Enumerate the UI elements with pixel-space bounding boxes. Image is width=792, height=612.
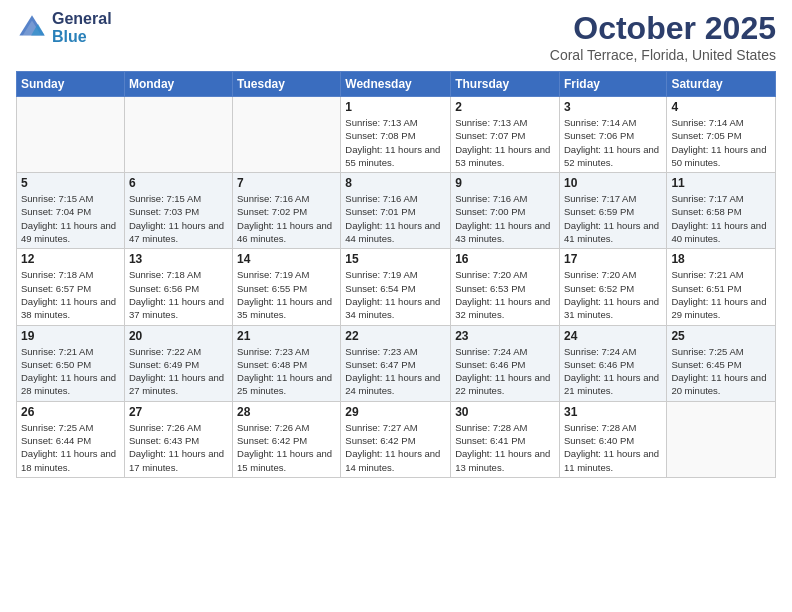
- calendar-cell: 16Sunrise: 7:20 AMSunset: 6:53 PMDayligh…: [451, 249, 560, 325]
- day-info: Sunrise: 7:20 AMSunset: 6:53 PMDaylight:…: [455, 268, 555, 321]
- logo-text: General Blue: [52, 10, 112, 45]
- day-number: 17: [564, 252, 662, 266]
- logo-blue: Blue: [52, 28, 87, 45]
- day-info: Sunrise: 7:16 AMSunset: 7:00 PMDaylight:…: [455, 192, 555, 245]
- day-info: Sunrise: 7:14 AMSunset: 7:05 PMDaylight:…: [671, 116, 771, 169]
- calendar-cell: 28Sunrise: 7:26 AMSunset: 6:42 PMDayligh…: [233, 401, 341, 477]
- weekday-header-row: SundayMondayTuesdayWednesdayThursdayFrid…: [17, 72, 776, 97]
- day-info: Sunrise: 7:18 AMSunset: 6:56 PMDaylight:…: [129, 268, 228, 321]
- day-number: 6: [129, 176, 228, 190]
- day-info: Sunrise: 7:21 AMSunset: 6:50 PMDaylight:…: [21, 345, 120, 398]
- day-number: 3: [564, 100, 662, 114]
- calendar-cell: 7Sunrise: 7:16 AMSunset: 7:02 PMDaylight…: [233, 173, 341, 249]
- day-info: Sunrise: 7:21 AMSunset: 6:51 PMDaylight:…: [671, 268, 771, 321]
- calendar-cell: 25Sunrise: 7:25 AMSunset: 6:45 PMDayligh…: [667, 325, 776, 401]
- day-number: 22: [345, 329, 446, 343]
- day-number: 26: [21, 405, 120, 419]
- day-number: 13: [129, 252, 228, 266]
- weekday-header: Wednesday: [341, 72, 451, 97]
- day-info: Sunrise: 7:23 AMSunset: 6:48 PMDaylight:…: [237, 345, 336, 398]
- calendar-cell: 9Sunrise: 7:16 AMSunset: 7:00 PMDaylight…: [451, 173, 560, 249]
- day-number: 20: [129, 329, 228, 343]
- day-number: 25: [671, 329, 771, 343]
- day-number: 21: [237, 329, 336, 343]
- day-info: Sunrise: 7:20 AMSunset: 6:52 PMDaylight:…: [564, 268, 662, 321]
- calendar-week-row: 5Sunrise: 7:15 AMSunset: 7:04 PMDaylight…: [17, 173, 776, 249]
- calendar-cell: 19Sunrise: 7:21 AMSunset: 6:50 PMDayligh…: [17, 325, 125, 401]
- calendar-cell: 15Sunrise: 7:19 AMSunset: 6:54 PMDayligh…: [341, 249, 451, 325]
- location: Coral Terrace, Florida, United States: [550, 47, 776, 63]
- day-number: 31: [564, 405, 662, 419]
- weekday-header: Monday: [124, 72, 232, 97]
- calendar-table: SundayMondayTuesdayWednesdayThursdayFrid…: [16, 71, 776, 478]
- day-info: Sunrise: 7:13 AMSunset: 7:08 PMDaylight:…: [345, 116, 446, 169]
- month-title: October 2025: [550, 10, 776, 47]
- calendar-cell: 6Sunrise: 7:15 AMSunset: 7:03 PMDaylight…: [124, 173, 232, 249]
- calendar-cell: 1Sunrise: 7:13 AMSunset: 7:08 PMDaylight…: [341, 97, 451, 173]
- calendar-cell: [124, 97, 232, 173]
- day-number: 24: [564, 329, 662, 343]
- calendar-cell: 11Sunrise: 7:17 AMSunset: 6:58 PMDayligh…: [667, 173, 776, 249]
- day-number: 29: [345, 405, 446, 419]
- day-info: Sunrise: 7:24 AMSunset: 6:46 PMDaylight:…: [564, 345, 662, 398]
- page-container: General Blue October 2025 Coral Terrace,…: [0, 0, 792, 488]
- weekday-header: Friday: [559, 72, 666, 97]
- logo: General Blue: [16, 10, 112, 45]
- day-number: 19: [21, 329, 120, 343]
- logo-icon: [16, 12, 48, 44]
- day-number: 15: [345, 252, 446, 266]
- calendar-cell: 26Sunrise: 7:25 AMSunset: 6:44 PMDayligh…: [17, 401, 125, 477]
- calendar-cell: 10Sunrise: 7:17 AMSunset: 6:59 PMDayligh…: [559, 173, 666, 249]
- calendar-cell: 14Sunrise: 7:19 AMSunset: 6:55 PMDayligh…: [233, 249, 341, 325]
- day-number: 4: [671, 100, 771, 114]
- day-number: 7: [237, 176, 336, 190]
- day-number: 28: [237, 405, 336, 419]
- day-info: Sunrise: 7:13 AMSunset: 7:07 PMDaylight:…: [455, 116, 555, 169]
- day-number: 5: [21, 176, 120, 190]
- calendar-cell: 12Sunrise: 7:18 AMSunset: 6:57 PMDayligh…: [17, 249, 125, 325]
- day-number: 23: [455, 329, 555, 343]
- calendar-cell: 3Sunrise: 7:14 AMSunset: 7:06 PMDaylight…: [559, 97, 666, 173]
- day-info: Sunrise: 7:18 AMSunset: 6:57 PMDaylight:…: [21, 268, 120, 321]
- calendar-cell: 29Sunrise: 7:27 AMSunset: 6:42 PMDayligh…: [341, 401, 451, 477]
- calendar-cell: 20Sunrise: 7:22 AMSunset: 6:49 PMDayligh…: [124, 325, 232, 401]
- calendar-cell: 24Sunrise: 7:24 AMSunset: 6:46 PMDayligh…: [559, 325, 666, 401]
- calendar-cell: 4Sunrise: 7:14 AMSunset: 7:05 PMDaylight…: [667, 97, 776, 173]
- header: General Blue October 2025 Coral Terrace,…: [16, 10, 776, 63]
- day-number: 14: [237, 252, 336, 266]
- day-info: Sunrise: 7:27 AMSunset: 6:42 PMDaylight:…: [345, 421, 446, 474]
- calendar-cell: 2Sunrise: 7:13 AMSunset: 7:07 PMDaylight…: [451, 97, 560, 173]
- day-info: Sunrise: 7:28 AMSunset: 6:40 PMDaylight:…: [564, 421, 662, 474]
- logo-general: General: [52, 10, 112, 27]
- calendar-week-row: 1Sunrise: 7:13 AMSunset: 7:08 PMDaylight…: [17, 97, 776, 173]
- calendar-cell: 30Sunrise: 7:28 AMSunset: 6:41 PMDayligh…: [451, 401, 560, 477]
- day-number: 9: [455, 176, 555, 190]
- day-info: Sunrise: 7:25 AMSunset: 6:45 PMDaylight:…: [671, 345, 771, 398]
- day-info: Sunrise: 7:15 AMSunset: 7:03 PMDaylight:…: [129, 192, 228, 245]
- day-number: 11: [671, 176, 771, 190]
- day-info: Sunrise: 7:28 AMSunset: 6:41 PMDaylight:…: [455, 421, 555, 474]
- day-info: Sunrise: 7:17 AMSunset: 6:59 PMDaylight:…: [564, 192, 662, 245]
- calendar-cell: 22Sunrise: 7:23 AMSunset: 6:47 PMDayligh…: [341, 325, 451, 401]
- day-info: Sunrise: 7:25 AMSunset: 6:44 PMDaylight:…: [21, 421, 120, 474]
- calendar-cell: [667, 401, 776, 477]
- day-number: 16: [455, 252, 555, 266]
- day-info: Sunrise: 7:24 AMSunset: 6:46 PMDaylight:…: [455, 345, 555, 398]
- calendar-cell: 8Sunrise: 7:16 AMSunset: 7:01 PMDaylight…: [341, 173, 451, 249]
- day-info: Sunrise: 7:26 AMSunset: 6:42 PMDaylight:…: [237, 421, 336, 474]
- calendar-cell: 18Sunrise: 7:21 AMSunset: 6:51 PMDayligh…: [667, 249, 776, 325]
- day-info: Sunrise: 7:22 AMSunset: 6:49 PMDaylight:…: [129, 345, 228, 398]
- day-info: Sunrise: 7:19 AMSunset: 6:54 PMDaylight:…: [345, 268, 446, 321]
- day-info: Sunrise: 7:16 AMSunset: 7:02 PMDaylight:…: [237, 192, 336, 245]
- day-number: 30: [455, 405, 555, 419]
- calendar-week-row: 19Sunrise: 7:21 AMSunset: 6:50 PMDayligh…: [17, 325, 776, 401]
- calendar-cell: [17, 97, 125, 173]
- calendar-week-row: 12Sunrise: 7:18 AMSunset: 6:57 PMDayligh…: [17, 249, 776, 325]
- weekday-header: Tuesday: [233, 72, 341, 97]
- title-block: October 2025 Coral Terrace, Florida, Uni…: [550, 10, 776, 63]
- calendar-cell: 17Sunrise: 7:20 AMSunset: 6:52 PMDayligh…: [559, 249, 666, 325]
- day-number: 1: [345, 100, 446, 114]
- calendar-cell: 21Sunrise: 7:23 AMSunset: 6:48 PMDayligh…: [233, 325, 341, 401]
- day-info: Sunrise: 7:16 AMSunset: 7:01 PMDaylight:…: [345, 192, 446, 245]
- day-number: 18: [671, 252, 771, 266]
